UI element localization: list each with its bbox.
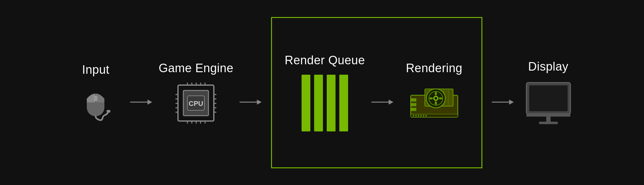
svg-text:CPU: CPU bbox=[189, 100, 203, 107]
game-engine-label: Game Engine bbox=[158, 61, 233, 75]
svg-point-44 bbox=[435, 97, 437, 100]
cpu-icon: CPU bbox=[175, 83, 216, 124]
render-queue-label: Render Queue bbox=[285, 54, 365, 67]
gpu-icon bbox=[409, 83, 459, 124]
render-queue-stage: Render Queue bbox=[285, 54, 365, 131]
game-engine-stage: Game Engine CPU bbox=[158, 61, 233, 124]
input-stage: Input bbox=[67, 63, 124, 122]
svg-rect-46 bbox=[413, 115, 414, 117]
svg-marker-5 bbox=[147, 100, 152, 105]
arrow-2 bbox=[233, 97, 268, 107]
queue-bar-2 bbox=[314, 75, 323, 131]
svg-rect-51 bbox=[425, 115, 427, 117]
rendering-stage: Rendering bbox=[400, 61, 469, 124]
arrow-1 bbox=[124, 97, 158, 107]
queue-bar-1 bbox=[302, 75, 310, 131]
svg-marker-33 bbox=[389, 100, 393, 105]
svg-rect-61 bbox=[539, 122, 558, 124]
arrow-4 bbox=[486, 97, 520, 107]
svg-rect-59 bbox=[526, 114, 570, 117]
input-label: Input bbox=[82, 63, 109, 77]
mouse-icon bbox=[80, 84, 111, 122]
svg-rect-60 bbox=[546, 117, 551, 122]
svg-rect-53 bbox=[411, 103, 416, 106]
queue-bar-3 bbox=[327, 75, 336, 131]
svg-rect-2 bbox=[94, 95, 97, 101]
monitor-icon bbox=[525, 81, 572, 125]
svg-rect-50 bbox=[423, 115, 424, 117]
svg-rect-47 bbox=[415, 115, 417, 117]
display-stage: Display bbox=[520, 60, 577, 125]
arrow-3 bbox=[365, 97, 400, 107]
svg-rect-52 bbox=[411, 98, 416, 101]
rendering-label: Rendering bbox=[406, 61, 463, 75]
svg-marker-31 bbox=[257, 100, 262, 105]
svg-rect-45 bbox=[411, 114, 458, 117]
render-queue-icon bbox=[302, 75, 348, 131]
display-label: Display bbox=[528, 60, 569, 73]
svg-marker-56 bbox=[509, 100, 514, 105]
queue-bar-4 bbox=[339, 75, 348, 131]
svg-rect-49 bbox=[420, 115, 422, 117]
svg-rect-48 bbox=[418, 115, 419, 117]
svg-rect-54 bbox=[411, 108, 416, 111]
svg-rect-58 bbox=[529, 85, 568, 111]
svg-rect-3 bbox=[107, 110, 110, 113]
highlighted-pipeline-box: Render Queue Rendering bbox=[271, 17, 482, 168]
pipeline-diagram: Input bbox=[0, 0, 644, 185]
